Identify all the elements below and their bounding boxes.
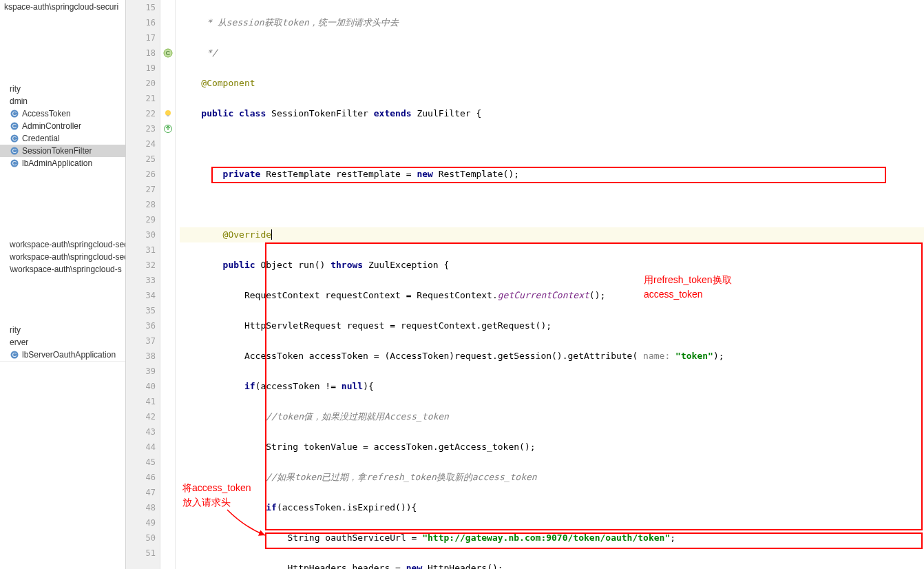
path-label: workspace-auth\springcloud-sec — [0, 238, 125, 251]
class-item[interactable]: ClbAdminApplication — [0, 157, 125, 169]
caret-line: @Override — [180, 229, 271, 240]
svg-point-14 — [165, 110, 171, 116]
app-root: kspace-auth\springcloud-securi rity dmin… — [0, 0, 924, 569]
class-item[interactable]: CAccessToken — [0, 107, 125, 120]
tree-item[interactable]: rity — [0, 83, 125, 95]
class-gutter-icon[interactable]: C — [160, 45, 175, 61]
svg-text:C: C — [12, 147, 17, 154]
class-icon: C — [10, 134, 19, 143]
svg-rect-15 — [167, 115, 169, 116]
class-item[interactable]: CAdminController — [0, 120, 125, 132]
class-icon: C — [10, 158, 19, 168]
tree-item[interactable]: rity — [0, 324, 125, 336]
svg-text:C: C — [12, 110, 17, 117]
icon-gutter: C — [160, 0, 176, 569]
path-label: \workspace-auth\springcloud-s — [0, 263, 125, 276]
svg-text:C: C — [165, 50, 170, 56]
project-sidebar[interactable]: kspace-auth\springcloud-securi rity dmin… — [0, 0, 126, 569]
code-area[interactable]: * 从session获取token，统一加到请求头中去 */ @Componen… — [176, 0, 924, 569]
code-editor[interactable]: 1516171819 2021222324 2526272829 3031323… — [126, 0, 924, 569]
tree-item[interactable]: dmin — [0, 95, 125, 107]
class-icon: C — [10, 109, 19, 118]
line-number-gutter: 1516171819 2021222324 2526272829 3031323… — [126, 0, 160, 569]
class-item[interactable]: CCredential — [0, 132, 125, 145]
class-item-selected[interactable]: CSessionTokenFilter — [0, 145, 125, 157]
class-icon: C — [10, 121, 19, 131]
path-label: kspace-auth\springcloud-securi — [0, 0, 125, 14]
svg-text:C: C — [12, 123, 17, 130]
svg-text:C: C — [12, 351, 17, 358]
path-label: workspace-auth\springcloud-sec — [0, 251, 125, 263]
intention-bulb-icon[interactable] — [160, 106, 175, 121]
class-item[interactable]: ClbServerOauthApplication — [0, 349, 125, 361]
annotation-2: 用refresh_token换取 — [644, 272, 732, 287]
tree-item[interactable]: erver — [0, 336, 125, 349]
class-icon: C — [10, 146, 19, 156]
override-icon[interactable] — [160, 121, 175, 136]
svg-text:C: C — [12, 135, 17, 142]
svg-text:C: C — [12, 160, 17, 167]
class-icon: C — [10, 350, 19, 360]
